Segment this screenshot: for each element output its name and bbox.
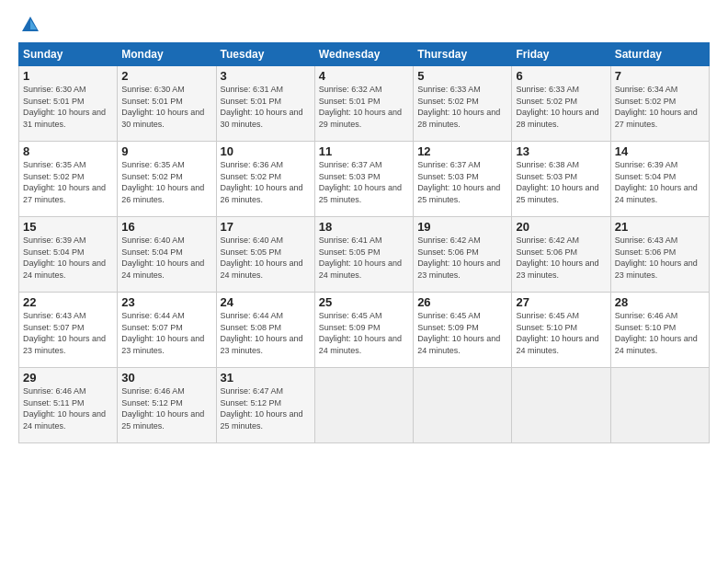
day-info: Sunrise: 6:44 AMSunset: 5:08 PMDaylight:…	[221, 310, 311, 356]
calendar-cell: 7Sunrise: 6:34 AMSunset: 5:02 PMDaylight…	[610, 66, 709, 142]
week-row-5: 29Sunrise: 6:46 AMSunset: 5:11 PMDayligh…	[19, 368, 710, 443]
calendar-table: SundayMondayTuesdayWednesdayThursdayFrid…	[18, 42, 710, 443]
calendar-cell: 17Sunrise: 6:40 AMSunset: 5:05 PMDayligh…	[216, 217, 314, 293]
calendar-cell: 25Sunrise: 6:45 AMSunset: 5:09 PMDayligh…	[314, 293, 413, 368]
calendar-cell: 4Sunrise: 6:32 AMSunset: 5:01 PMDaylight…	[314, 66, 413, 142]
calendar-cell: 20Sunrise: 6:42 AMSunset: 5:06 PMDayligh…	[512, 217, 610, 293]
day-number: 8	[23, 144, 113, 158]
day-info: Sunrise: 6:45 AMSunset: 5:09 PMDaylight:…	[319, 310, 409, 356]
calendar-cell: 3Sunrise: 6:31 AMSunset: 5:01 PMDaylight…	[216, 66, 314, 142]
calendar-cell: 1Sunrise: 6:30 AMSunset: 5:01 PMDaylight…	[19, 66, 118, 142]
day-number: 7	[615, 69, 705, 83]
calendar-cell: 15Sunrise: 6:39 AMSunset: 5:04 PMDayligh…	[19, 217, 118, 293]
week-row-1: 1Sunrise: 6:30 AMSunset: 5:01 PMDaylight…	[19, 66, 710, 142]
day-number: 1	[23, 69, 113, 83]
day-info: Sunrise: 6:38 AMSunset: 5:03 PMDaylight:…	[516, 159, 606, 205]
day-number: 12	[417, 144, 507, 158]
calendar-cell: 24Sunrise: 6:44 AMSunset: 5:08 PMDayligh…	[216, 293, 314, 368]
day-number: 16	[121, 220, 211, 234]
calendar-header-row: SundayMondayTuesdayWednesdayThursdayFrid…	[19, 43, 710, 66]
week-row-4: 22Sunrise: 6:43 AMSunset: 5:07 PMDayligh…	[19, 293, 710, 368]
calendar-cell: 12Sunrise: 6:37 AMSunset: 5:03 PMDayligh…	[414, 142, 512, 217]
col-header-saturday: Saturday	[610, 43, 709, 66]
calendar-cell: 30Sunrise: 6:46 AMSunset: 5:12 PMDayligh…	[118, 368, 216, 443]
col-header-sunday: Sunday	[19, 43, 118, 66]
calendar-cell: 5Sunrise: 6:33 AMSunset: 5:02 PMDaylight…	[414, 66, 512, 142]
day-info: Sunrise: 6:40 AMSunset: 5:04 PMDaylight:…	[121, 235, 211, 281]
day-number: 4	[319, 69, 409, 83]
day-info: Sunrise: 6:37 AMSunset: 5:03 PMDaylight:…	[417, 159, 507, 205]
calendar-cell: 2Sunrise: 6:30 AMSunset: 5:01 PMDaylight…	[118, 66, 216, 142]
week-row-2: 8Sunrise: 6:35 AMSunset: 5:02 PMDaylight…	[19, 142, 710, 217]
day-info: Sunrise: 6:39 AMSunset: 5:04 PMDaylight:…	[615, 159, 705, 205]
calendar-cell: 22Sunrise: 6:43 AMSunset: 5:07 PMDayligh…	[19, 293, 118, 368]
day-number: 2	[121, 69, 211, 83]
day-number: 3	[221, 69, 311, 83]
day-number: 15	[23, 220, 113, 234]
day-info: Sunrise: 6:45 AMSunset: 5:10 PMDaylight:…	[516, 310, 606, 356]
calendar-cell	[314, 368, 413, 443]
day-info: Sunrise: 6:33 AMSunset: 5:02 PMDaylight:…	[417, 84, 507, 130]
day-info: Sunrise: 6:41 AMSunset: 5:05 PMDaylight:…	[319, 235, 409, 281]
day-number: 6	[516, 69, 606, 83]
calendar-cell: 9Sunrise: 6:35 AMSunset: 5:02 PMDaylight…	[118, 142, 216, 217]
day-number: 10	[221, 144, 311, 158]
calendar-cell: 13Sunrise: 6:38 AMSunset: 5:03 PMDayligh…	[512, 142, 610, 217]
calendar-cell: 29Sunrise: 6:46 AMSunset: 5:11 PMDayligh…	[19, 368, 118, 443]
day-info: Sunrise: 6:42 AMSunset: 5:06 PMDaylight:…	[417, 235, 507, 281]
day-number: 22	[23, 295, 113, 309]
calendar-cell: 23Sunrise: 6:44 AMSunset: 5:07 PMDayligh…	[118, 293, 216, 368]
calendar-cell: 21Sunrise: 6:43 AMSunset: 5:06 PMDayligh…	[610, 217, 709, 293]
day-number: 26	[417, 295, 507, 309]
day-number: 11	[319, 144, 409, 158]
day-number: 30	[121, 371, 211, 385]
calendar-cell: 19Sunrise: 6:42 AMSunset: 5:06 PMDayligh…	[414, 217, 512, 293]
day-info: Sunrise: 6:40 AMSunset: 5:05 PMDaylight:…	[221, 235, 311, 281]
day-number: 27	[516, 295, 606, 309]
calendar-cell	[512, 368, 610, 443]
day-info: Sunrise: 6:30 AMSunset: 5:01 PMDaylight:…	[121, 84, 211, 130]
col-header-tuesday: Tuesday	[216, 43, 314, 66]
calendar-cell: 10Sunrise: 6:36 AMSunset: 5:02 PMDayligh…	[216, 142, 314, 217]
calendar-cell: 28Sunrise: 6:46 AMSunset: 5:10 PMDayligh…	[610, 293, 709, 368]
day-number: 31	[221, 371, 311, 385]
day-info: Sunrise: 6:35 AMSunset: 5:02 PMDaylight:…	[121, 159, 211, 205]
calendar-cell: 8Sunrise: 6:35 AMSunset: 5:02 PMDaylight…	[19, 142, 118, 217]
calendar-cell: 18Sunrise: 6:41 AMSunset: 5:05 PMDayligh…	[314, 217, 413, 293]
page-header	[18, 15, 710, 35]
day-number: 19	[417, 220, 507, 234]
day-info: Sunrise: 6:30 AMSunset: 5:01 PMDaylight:…	[23, 84, 113, 130]
calendar-cell: 14Sunrise: 6:39 AMSunset: 5:04 PMDayligh…	[610, 142, 709, 217]
day-number: 20	[516, 220, 606, 234]
day-info: Sunrise: 6:39 AMSunset: 5:04 PMDaylight:…	[23, 235, 113, 281]
day-info: Sunrise: 6:43 AMSunset: 5:06 PMDaylight:…	[615, 235, 705, 281]
day-number: 25	[319, 295, 409, 309]
calendar-cell: 6Sunrise: 6:33 AMSunset: 5:02 PMDaylight…	[512, 66, 610, 142]
day-number: 24	[221, 295, 311, 309]
calendar-page: SundayMondayTuesdayWednesdayThursdayFrid…	[0, 0, 728, 563]
calendar-cell	[610, 368, 709, 443]
calendar-cell: 26Sunrise: 6:45 AMSunset: 5:09 PMDayligh…	[414, 293, 512, 368]
day-number: 17	[221, 220, 311, 234]
col-header-wednesday: Wednesday	[314, 43, 413, 66]
day-info: Sunrise: 6:32 AMSunset: 5:01 PMDaylight:…	[319, 84, 409, 130]
day-number: 18	[319, 220, 409, 234]
day-info: Sunrise: 6:31 AMSunset: 5:01 PMDaylight:…	[221, 84, 311, 130]
day-info: Sunrise: 6:44 AMSunset: 5:07 PMDaylight:…	[121, 310, 211, 356]
day-info: Sunrise: 6:34 AMSunset: 5:02 PMDaylight:…	[615, 84, 705, 130]
day-number: 29	[23, 371, 113, 385]
calendar-cell: 11Sunrise: 6:37 AMSunset: 5:03 PMDayligh…	[314, 142, 413, 217]
calendar-cell: 27Sunrise: 6:45 AMSunset: 5:10 PMDayligh…	[512, 293, 610, 368]
week-row-3: 15Sunrise: 6:39 AMSunset: 5:04 PMDayligh…	[19, 217, 710, 293]
day-number: 9	[121, 144, 211, 158]
day-info: Sunrise: 6:33 AMSunset: 5:02 PMDaylight:…	[516, 84, 606, 130]
day-number: 28	[615, 295, 705, 309]
day-number: 14	[615, 144, 705, 158]
calendar-cell: 31Sunrise: 6:47 AMSunset: 5:12 PMDayligh…	[216, 368, 314, 443]
day-info: Sunrise: 6:46 AMSunset: 5:12 PMDaylight:…	[121, 385, 211, 431]
day-info: Sunrise: 6:46 AMSunset: 5:10 PMDaylight:…	[615, 310, 705, 356]
calendar-cell: 16Sunrise: 6:40 AMSunset: 5:04 PMDayligh…	[118, 217, 216, 293]
day-number: 21	[615, 220, 705, 234]
day-number: 23	[121, 295, 211, 309]
day-info: Sunrise: 6:46 AMSunset: 5:11 PMDaylight:…	[23, 385, 113, 431]
